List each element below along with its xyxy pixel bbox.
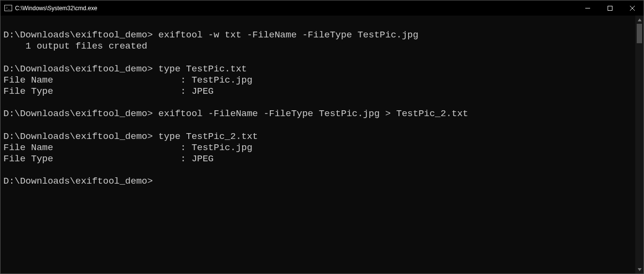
svg-marker-6 (638, 18, 642, 21)
terminal-output[interactable]: D:\Downloads\exiftool_demo> exiftool -w … (0, 16, 635, 274)
scroll-down-button[interactable] (635, 265, 644, 274)
close-button[interactable] (621, 0, 644, 16)
maximize-button[interactable] (599, 0, 621, 16)
minimize-button[interactable] (577, 0, 599, 16)
svg-rect-3 (608, 6, 612, 10)
scroll-up-button[interactable] (635, 16, 644, 24)
scrollbar-track[interactable] (635, 24, 644, 265)
scrollbar-thumb[interactable] (637, 24, 642, 43)
cmd-icon: >_ (4, 4, 12, 12)
svg-marker-7 (638, 268, 642, 271)
svg-text:>_: >_ (6, 6, 11, 10)
vertical-scrollbar[interactable] (635, 16, 644, 274)
window-titlebar: >_ C:\Windows\System32\cmd.exe (0, 0, 644, 16)
window-title: C:\Windows\System32\cmd.exe (15, 5, 97, 12)
